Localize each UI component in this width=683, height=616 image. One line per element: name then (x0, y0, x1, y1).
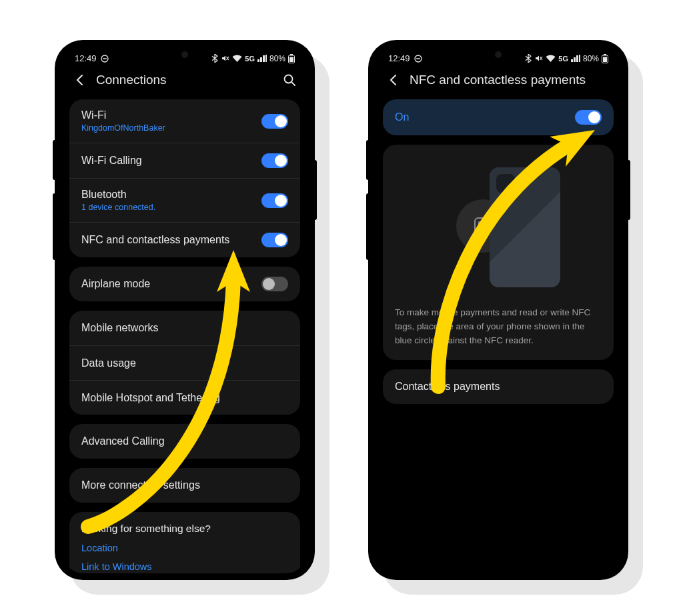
wifi-toggle[interactable] (261, 114, 288, 129)
nfc-label: NFC and contactless payments (81, 234, 229, 246)
nfc-illustration (395, 161, 602, 294)
status-time: 12:49 (75, 53, 97, 63)
row-wifi-calling[interactable]: Wi-Fi Calling (69, 143, 300, 178)
wifi-calling-label: Wi-Fi Calling (81, 155, 142, 167)
back-button[interactable] (73, 73, 87, 87)
battery-icon (602, 54, 608, 63)
signal-icon (571, 55, 580, 62)
network-card: Mobile networks Data usage Mobile Hotspo… (69, 311, 300, 415)
mobile-networks-label: Mobile networks (81, 322, 159, 334)
nfc-toggle[interactable] (261, 233, 288, 247)
wifi-calling-toggle[interactable] (261, 153, 288, 168)
mute-icon (534, 54, 543, 63)
chevron-left-icon (387, 73, 400, 87)
mute-icon (221, 54, 229, 63)
row-airplane[interactable]: Airplane mode (69, 267, 300, 301)
status-time: 12:49 (388, 53, 410, 63)
contactless-label: Contactless payments (395, 381, 500, 393)
row-hotspot[interactable]: Mobile Hotspot and Tethering (69, 380, 300, 415)
back-button[interactable] (387, 73, 400, 87)
search-button[interactable] (283, 73, 296, 87)
chevron-left-icon (73, 73, 87, 87)
front-camera (495, 51, 502, 58)
more-connection-label: More connection settings (81, 479, 200, 491)
wifi-icon (546, 55, 556, 63)
dnd-icon (101, 55, 109, 63)
row-more-connection[interactable]: More connection settings (69, 468, 300, 503)
nfc-illustration-card: To make mobile payments and read or writ… (383, 145, 614, 360)
page-header: NFC and contactless payments (375, 66, 622, 99)
row-contactless-payments[interactable]: Contactless payments (383, 369, 614, 404)
bluetooth-icon (525, 54, 532, 63)
front-camera (181, 51, 188, 58)
wifi-label: Wi-Fi (81, 109, 165, 121)
page-title: NFC and contactless payments (410, 73, 610, 87)
row-wifi[interactable]: Wi-Fi KingdomOfNorthBaker (69, 99, 300, 143)
contactless-card: Contactless payments (383, 369, 614, 404)
signal-icon (257, 55, 267, 62)
phone-nfc-detail: 12:49 5G 80% NFC and contactless payment… (368, 40, 628, 580)
nfc-master-toggle[interactable] (575, 110, 602, 125)
suggestions-question: Looking for something else? (81, 523, 288, 535)
link-location[interactable]: Location (81, 543, 288, 553)
network-type: 5G (558, 55, 568, 63)
svg-rect-6 (289, 57, 293, 62)
device-back-icon (490, 167, 560, 287)
hotspot-label: Mobile Hotspot and Tethering (81, 392, 220, 404)
search-icon (283, 73, 296, 87)
link-to-windows[interactable]: Link to Windows (81, 561, 288, 572)
bluetooth-status: 1 device connected. (81, 203, 155, 212)
airplane-toggle[interactable] (261, 277, 288, 291)
nfc-description: To make mobile payments and read or writ… (395, 306, 602, 348)
airplane-card: Airplane mode (69, 267, 300, 301)
suggestions-card: Looking for something else? Location Lin… (69, 512, 300, 573)
bluetooth-icon (211, 54, 218, 63)
bluetooth-label: Bluetooth (81, 189, 155, 201)
battery-pct: 80% (269, 54, 285, 63)
dnd-icon (414, 55, 422, 63)
connections-toggles-card: Wi-Fi KingdomOfNorthBaker Wi-Fi Calling … (69, 99, 300, 257)
page-title: Connections (96, 73, 273, 87)
network-type: 5G (245, 55, 255, 63)
wifi-network-name: KingdomOfNorthBaker (81, 123, 165, 133)
row-nfc[interactable]: NFC and contactless payments (69, 222, 300, 257)
bluetooth-toggle[interactable] (261, 193, 288, 208)
page-header: Connections (61, 66, 308, 99)
battery-icon (288, 54, 295, 63)
nfc-master-toggle-row[interactable]: On (383, 99, 614, 135)
svg-line-8 (291, 82, 295, 85)
battery-pct: 80% (583, 54, 599, 63)
data-usage-label: Data usage (81, 357, 136, 369)
row-mobile-networks[interactable]: Mobile networks (69, 311, 300, 345)
more-card: More connection settings (69, 468, 300, 503)
svg-rect-15 (603, 57, 607, 62)
row-advanced-calling[interactable]: Advanced Calling (69, 424, 300, 459)
row-data-usage[interactable]: Data usage (69, 345, 300, 380)
row-bluetooth[interactable]: Bluetooth 1 device connected. (69, 178, 300, 222)
wifi-icon (232, 55, 242, 63)
nfc-on-label: On (395, 111, 409, 123)
advanced-calling-label: Advanced Calling (81, 435, 165, 447)
advanced-card: Advanced Calling (69, 424, 300, 459)
airplane-label: Airplane mode (81, 278, 150, 290)
phone-connections: 12:49 5G 80% Connections (55, 40, 315, 580)
